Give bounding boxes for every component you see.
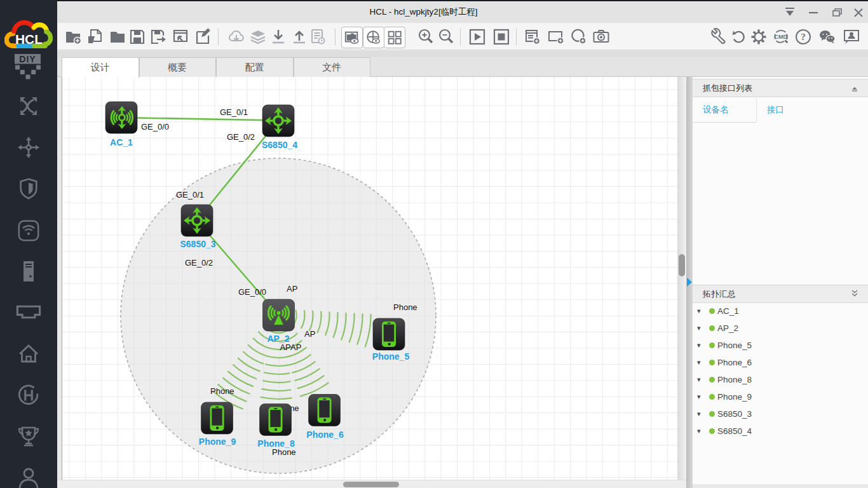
- svg-text:Phone: Phone: [393, 302, 417, 312]
- svg-text:GE_0/1: GE_0/1: [220, 107, 248, 117]
- svg-text:Phone_6: Phone_6: [306, 430, 344, 440]
- svg-text:S6850_4: S6850_4: [262, 140, 297, 150]
- svg-text:AC_1: AC_1: [110, 137, 133, 147]
- svg-text:CMD: CMD: [774, 34, 787, 40]
- svg-text:?: ?: [801, 32, 806, 42]
- svg-text:AP: AP: [304, 329, 315, 339]
- svg-text:Phone: Phone: [272, 447, 296, 457]
- svg-text:AP_2: AP_2: [267, 334, 289, 344]
- svg-text:S6850_3: S6850_3: [180, 239, 215, 249]
- svg-text:DIY: DIY: [19, 54, 36, 64]
- svg-text:GE_0/0: GE_0/0: [238, 287, 266, 297]
- svg-text:Phone: Phone: [210, 386, 234, 396]
- svg-text:Phone_8: Phone_8: [257, 438, 295, 449]
- svg-text:GE_0/0: GE_0/0: [141, 122, 169, 132]
- svg-text:GE_0/2: GE_0/2: [185, 258, 213, 268]
- svg-text:Phone_5: Phone_5: [372, 351, 410, 362]
- svg-text:AP: AP: [290, 342, 301, 352]
- svg-text:GE_0/1: GE_0/1: [176, 190, 204, 200]
- svg-text:GE_0/2: GE_0/2: [227, 132, 255, 142]
- svg-text:AP: AP: [287, 284, 297, 294]
- svg-text:Phone_9: Phone_9: [199, 437, 236, 447]
